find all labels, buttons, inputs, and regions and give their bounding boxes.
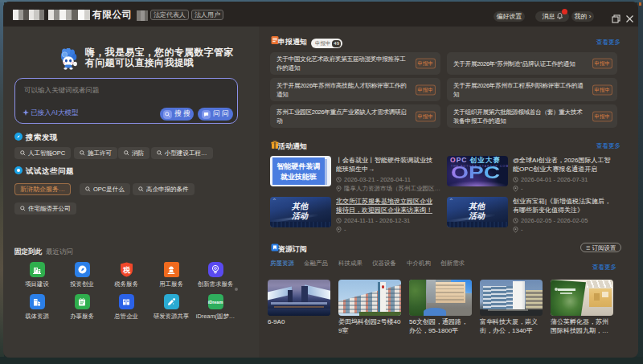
svg-text:税: 税 xyxy=(122,266,131,274)
